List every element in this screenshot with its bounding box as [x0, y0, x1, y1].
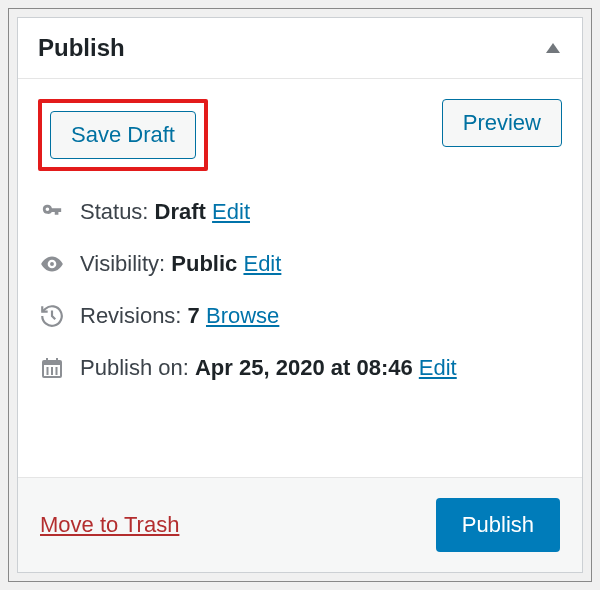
revisions-browse-link[interactable]: Browse — [206, 303, 279, 328]
preview-button[interactable]: Preview — [442, 99, 562, 147]
status-label: Status: — [80, 199, 148, 224]
save-draft-highlight: Save Draft — [38, 99, 208, 171]
visibility-edit-link[interactable]: Edit — [243, 251, 281, 276]
revisions-value: 7 — [188, 303, 200, 328]
visibility-label: Visibility: — [80, 251, 165, 276]
publish-button[interactable]: Publish — [436, 498, 560, 552]
key-icon — [38, 201, 66, 223]
schedule-edit-link[interactable]: Edit — [419, 355, 457, 380]
svg-rect-7 — [56, 358, 58, 363]
status-row: Status: Draft Edit — [38, 199, 562, 225]
top-actions-row: Save Draft Preview — [38, 99, 562, 171]
publish-box-title: Publish — [38, 34, 125, 62]
schedule-value: Apr 25, 2020 at 08:46 — [195, 355, 413, 380]
schedule-row: Publish on: Apr 25, 2020 at 08:46 Edit — [38, 355, 562, 381]
svg-rect-3 — [47, 367, 49, 375]
calendar-icon — [38, 356, 66, 380]
history-icon — [38, 303, 66, 329]
publish-box-body: Save Draft Preview Status: Draft Edit — [18, 79, 582, 477]
revisions-label: Revisions: — [80, 303, 181, 328]
status-edit-link[interactable]: Edit — [212, 199, 250, 224]
svg-rect-2 — [43, 361, 61, 365]
eye-icon — [38, 251, 66, 277]
visibility-value: Public — [171, 251, 237, 276]
publish-metabox: Publish Save Draft Preview Status: Dr — [17, 17, 583, 573]
status-value: Draft — [155, 199, 206, 224]
svg-rect-6 — [46, 358, 48, 363]
svg-marker-0 — [546, 43, 560, 53]
collapse-toggle-icon[interactable] — [544, 41, 562, 55]
save-draft-button[interactable]: Save Draft — [50, 111, 196, 159]
revisions-row: Revisions: 7 Browse — [38, 303, 562, 329]
publish-box-header[interactable]: Publish — [18, 18, 582, 79]
visibility-row: Visibility: Public Edit — [38, 251, 562, 277]
svg-rect-5 — [56, 367, 58, 375]
schedule-label: Publish on: — [80, 355, 189, 380]
outer-frame: Publish Save Draft Preview Status: Dr — [8, 8, 592, 582]
svg-rect-4 — [51, 367, 53, 375]
move-to-trash-link[interactable]: Move to Trash — [40, 512, 179, 538]
publish-box-footer: Move to Trash Publish — [18, 477, 582, 572]
